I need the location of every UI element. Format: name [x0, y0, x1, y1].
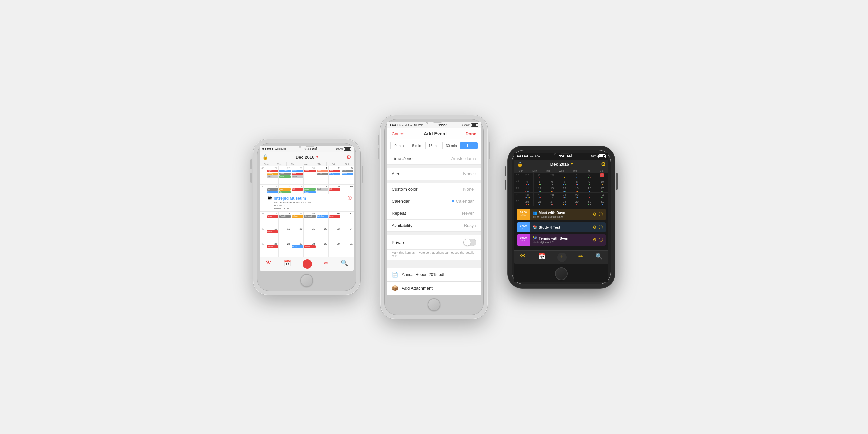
alert-label: Alert — [392, 171, 401, 176]
vol-up-button[interactable] — [250, 159, 252, 169]
alert-row-form[interactable]: Alert None › — [387, 168, 481, 180]
side-button[interactable] — [616, 173, 618, 190]
phone2-screen: Cancel Add Event Done 0 min 5 min 15 min… — [387, 128, 481, 295]
cancel-button[interactable]: Cancel — [392, 131, 405, 136]
side-button[interactable] — [362, 166, 363, 183]
event-body: 👥 Meet with Dave Simon Carmiggeitstraat … — [530, 209, 606, 220]
list-item[interactable]: 10:00 17:00 👥 Meet with Dave Simon Carmi… — [517, 209, 606, 220]
eye-icon[interactable]: 👁 — [521, 253, 527, 262]
table-row: 49 27 Flight Holiday Car C 28 CPT-AMS Ta… — [260, 166, 353, 185]
list-item[interactable]: 19:30 22:30 🎾 Tennis with Sven Kinderdij… — [517, 234, 606, 246]
timezone-row[interactable]: Time Zone Amsterdam › — [387, 153, 481, 164]
lock-icon: 🔒 — [517, 161, 523, 166]
dow-sun: Sun — [515, 169, 528, 173]
battery-percent: 86% — [465, 124, 470, 127]
carrier-label: WeekCal — [529, 155, 540, 157]
dark-bottom-bar: 👁 📅 + ✏ 🔍 — [515, 250, 608, 264]
side-button[interactable] — [489, 142, 490, 158]
event-info-icon[interactable]: ⓘ — [598, 224, 603, 230]
dark-calendar-header: 🔒 Dec 2016 ▼ ⚙ — [515, 159, 608, 169]
home-button[interactable] — [428, 298, 440, 311]
dow-wed: Wed — [555, 169, 568, 173]
calendar-header: 🔒 Dec 2016 ▼ ⚙ — [260, 153, 353, 162]
dow-mon: Mon — [528, 169, 541, 173]
alert-row: 0 min 5 min 15 min 30 min 1 h — [387, 140, 481, 153]
table-row: 51 18 19 20 21 22 23 24 — [515, 193, 608, 199]
done-button[interactable]: Done — [465, 131, 476, 136]
edit-icon[interactable]: ✏ — [324, 259, 329, 269]
wifi-icon: WiFi — [418, 124, 423, 127]
chevron-icon: › — [475, 172, 476, 176]
expanded-event[interactable]: 🏛 Intrepid Museum ⓘ Pier 86 W 46th St an… — [260, 194, 353, 212]
repeat-row[interactable]: Repeat Never › — [387, 208, 481, 219]
add-icon[interactable]: + — [557, 253, 567, 262]
event-body: 🎾 Tennis with Sven Kinderdijkstraat 31 ⚙… — [530, 234, 606, 246]
search-icon[interactable]: 🔍 — [341, 259, 348, 269]
gear-icon[interactable]: ⚙ — [601, 161, 606, 167]
event-info-icon[interactable]: ⓘ — [598, 212, 603, 217]
calendar-icon[interactable]: 📅 — [538, 253, 546, 262]
camera — [554, 153, 556, 155]
calendar-label: Calendar — [392, 199, 409, 204]
list-item[interactable]: 17:30 19:00 📚 Study 4 Test ⚙ ⓘ — [517, 222, 606, 232]
status-bar-right: 100% — [336, 148, 351, 151]
alert-1h[interactable]: 1 h — [460, 142, 477, 150]
phone-3: WeekCal 9:41 AM 100% 🔒 Dec 2016 ▼ — [508, 146, 615, 288]
alert-0min[interactable]: 0 min — [391, 142, 408, 150]
toggle-knob — [464, 239, 470, 246]
timezone-label: Time Zone — [392, 156, 412, 161]
dow-tue: Tue — [541, 169, 555, 173]
availability-label: Availability — [392, 223, 412, 228]
event-gear-icon[interactable]: ⚙ — [592, 237, 596, 242]
private-toggle[interactable] — [464, 239, 476, 246]
time-label: 9:41 AM — [559, 154, 572, 158]
event-action-icons: ⚙ ⓘ — [592, 237, 603, 243]
private-row: Private — [387, 235, 481, 250]
event-gear-icon[interactable]: ⚙ — [592, 224, 596, 229]
chevron-icon: › — [475, 223, 476, 227]
alert-15min[interactable]: 15 min — [425, 142, 443, 150]
dow-row: Sun Mon Tue Wed Thu Fri Sat — [515, 169, 608, 173]
month-title: Dec 2016 ▼ — [296, 155, 319, 159]
event-action-icons: ⚙ ⓘ — [592, 212, 603, 217]
battery-percent: 100% — [591, 155, 597, 157]
calendar-grid: Sun Mon Tue Wed Thu Fri Sat 49 — [260, 162, 353, 257]
repeat-value: Never › — [462, 211, 476, 216]
availability-row[interactable]: Availability Busy › — [387, 219, 481, 231]
attachment-row[interactable]: 📄 Annual Report 2015.pdf — [387, 268, 481, 281]
eye-icon[interactable]: 👁 — [266, 259, 272, 269]
section-divider — [387, 180, 481, 183]
timezone-value: Amsterdam › — [452, 156, 476, 161]
add-attachment-row[interactable]: 📦 Add Attachment — [387, 281, 481, 295]
vol-up-button[interactable] — [505, 166, 506, 176]
alert-5min[interactable]: 5 min — [408, 142, 425, 150]
add-icon[interactable]: + — [303, 259, 312, 269]
alert-30min[interactable]: 30 min — [443, 142, 460, 150]
carrier-label: WeekCal — [275, 148, 285, 151]
gear-icon[interactable]: ⚙ — [346, 154, 351, 160]
time-label: 9:41 AM — [304, 147, 317, 151]
search-icon[interactable]: 🔍 — [595, 253, 602, 262]
home-button[interactable] — [300, 274, 313, 287]
event-gear-icon[interactable]: ⚙ — [592, 212, 596, 217]
vol-down-button[interactable] — [505, 180, 506, 190]
edit-icon[interactable]: ✏ — [579, 253, 584, 262]
section-divider — [387, 164, 481, 168]
dow-fri: Fri — [582, 169, 595, 173]
vol-up-button[interactable] — [378, 135, 379, 145]
vol-down-button[interactable] — [250, 173, 252, 183]
custom-color-row[interactable]: Custom color None › — [387, 183, 481, 195]
custom-color-label: Custom color — [392, 187, 417, 192]
event-info-icon[interactable]: ⓘ — [598, 237, 603, 243]
lock-icon: 🔒 — [262, 154, 268, 159]
add-event-nav: Cancel Add Event Done — [387, 128, 481, 140]
chevron-icon: › — [475, 187, 476, 191]
home-button[interactable] — [555, 268, 568, 280]
info-icon[interactable]: ⓘ — [347, 195, 351, 201]
speaker — [561, 153, 569, 154]
dow-sat: Sat — [595, 169, 608, 173]
speaker — [306, 146, 314, 147]
calendar-row[interactable]: Calendar Calendar › — [387, 195, 481, 208]
calendar-icon[interactable]: 📅 — [283, 259, 291, 269]
vol-down-button[interactable] — [378, 149, 379, 158]
